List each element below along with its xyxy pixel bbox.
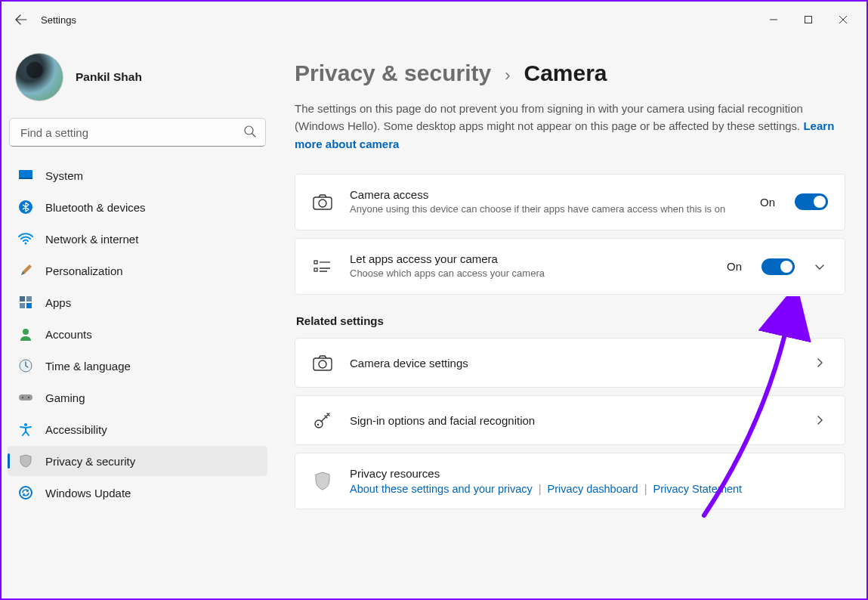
- key-icon: [312, 410, 333, 431]
- sidebar-item-apps[interactable]: Apps: [8, 287, 267, 317]
- card-camera-access: Camera access Anyone using this device c…: [295, 174, 845, 230]
- card-subtitle: Anyone using this device can choose if t…: [350, 203, 743, 216]
- svg-point-16: [20, 487, 32, 499]
- breadcrumb-parent[interactable]: Privacy & security: [295, 60, 491, 86]
- page-title: Camera: [524, 60, 607, 86]
- let-apps-toggle[interactable]: [761, 258, 795, 275]
- sidebar-item-windows-update[interactable]: Windows Update: [8, 478, 267, 508]
- svg-rect-3: [19, 178, 32, 179]
- sidebar: Pankil Shah System Bluetooth & devices N…: [2, 38, 273, 598]
- chevron-down-icon[interactable]: [811, 261, 828, 272]
- search-input[interactable]: [9, 118, 266, 147]
- sidebar-item-accessibility[interactable]: Accessibility: [8, 414, 267, 444]
- svg-point-10: [23, 329, 29, 335]
- titlebar: Settings: [2, 2, 866, 38]
- related-heading: Related settings: [296, 314, 845, 327]
- svg-rect-19: [314, 261, 317, 264]
- maximize-button[interactable]: [791, 8, 826, 32]
- svg-rect-7: [26, 296, 32, 302]
- chevron-right-icon: ›: [505, 66, 510, 85]
- list-icon: [312, 256, 333, 277]
- link-privacy-statement[interactable]: Privacy Statement: [653, 483, 742, 495]
- sidebar-item-label: Privacy & security: [45, 455, 135, 468]
- sidebar-item-bluetooth[interactable]: Bluetooth & devices: [8, 192, 267, 222]
- card-title: Sign-in options and facial recognition: [350, 414, 795, 427]
- search-box: [9, 118, 266, 147]
- avatar: [15, 53, 63, 101]
- link-privacy-dashboard[interactable]: Privacy dashboard: [548, 483, 638, 495]
- chevron-right-icon: [811, 357, 828, 368]
- sidebar-item-label: Windows Update: [45, 487, 131, 499]
- search-icon: [243, 125, 257, 138]
- sidebar-item-gaming[interactable]: Gaming: [8, 382, 267, 413]
- card-title: Camera device settings: [350, 357, 795, 370]
- clock-icon: [18, 358, 33, 373]
- svg-rect-20: [314, 268, 317, 271]
- sidebar-item-label: Apps: [45, 296, 71, 309]
- svg-point-18: [319, 199, 326, 207]
- card-title: Privacy resources: [350, 467, 828, 480]
- sidebar-item-system[interactable]: System: [8, 160, 267, 190]
- gamepad-icon: [18, 390, 33, 405]
- main-content: Privacy & security › Camera The settings…: [273, 38, 866, 598]
- user-name: Pankil Shah: [76, 70, 142, 84]
- card-let-apps[interactable]: Let apps access your camera Choose which…: [295, 238, 845, 295]
- accessibility-icon: [18, 422, 33, 437]
- svg-point-24: [317, 424, 319, 425]
- system-icon: [18, 168, 33, 183]
- sidebar-item-label: Accounts: [45, 328, 92, 341]
- update-icon: [18, 485, 33, 500]
- wifi-icon: [18, 231, 33, 246]
- card-signin-options[interactable]: Sign-in options and facial recognition: [295, 395, 845, 445]
- svg-point-5: [25, 243, 27, 245]
- window-controls: [756, 8, 860, 32]
- sidebar-item-label: System: [45, 169, 83, 182]
- window-title: Settings: [41, 14, 76, 26]
- sidebar-item-privacy-security[interactable]: Privacy & security: [8, 446, 267, 476]
- sidebar-item-label: Time & language: [45, 360, 131, 373]
- shield-icon: [18, 453, 33, 469]
- camera-access-toggle[interactable]: [795, 193, 828, 210]
- svg-rect-12: [19, 394, 32, 401]
- page-description: The settings on this page do not prevent…: [295, 100, 839, 153]
- nav-list: System Bluetooth & devices Network & int…: [8, 160, 267, 508]
- paintbrush-icon: [18, 263, 33, 278]
- card-subtitle: Choose which apps can access your camera: [350, 267, 710, 280]
- minimize-button[interactable]: [756, 8, 791, 32]
- toggle-state-label: On: [760, 196, 775, 209]
- sidebar-item-network[interactable]: Network & internet: [8, 224, 267, 254]
- sidebar-item-time-language[interactable]: Time & language: [8, 351, 267, 381]
- person-icon: [18, 326, 33, 342]
- camera-icon: [312, 191, 333, 212]
- close-button[interactable]: [826, 8, 860, 32]
- breadcrumb: Privacy & security › Camera: [295, 60, 845, 86]
- link-about-privacy[interactable]: About these settings and your privacy: [350, 483, 533, 495]
- camera-icon: [312, 352, 333, 373]
- card-privacy-resources: Privacy resources About these settings a…: [295, 453, 845, 509]
- sidebar-item-label: Personalization: [45, 264, 123, 277]
- sidebar-item-label: Gaming: [45, 391, 85, 404]
- chevron-right-icon: [811, 415, 828, 425]
- shield-icon: [312, 471, 333, 492]
- svg-rect-0: [805, 17, 812, 23]
- card-title: Camera access: [350, 188, 743, 201]
- svg-rect-8: [20, 303, 25, 308]
- svg-point-13: [22, 397, 23, 398]
- profile[interactable]: Pankil Shah: [8, 47, 267, 118]
- apps-icon: [18, 295, 33, 310]
- arrow-left-icon: [15, 14, 27, 26]
- sidebar-item-label: Accessibility: [45, 423, 107, 436]
- svg-point-15: [24, 423, 27, 426]
- sidebar-item-personalization[interactable]: Personalization: [8, 255, 267, 286]
- sidebar-item-accounts[interactable]: Accounts: [8, 319, 267, 349]
- sidebar-item-label: Bluetooth & devices: [45, 201, 146, 214]
- toggle-state-label: On: [727, 260, 742, 273]
- card-camera-device-settings[interactable]: Camera device settings: [295, 338, 845, 388]
- svg-point-1: [245, 126, 253, 135]
- bluetooth-icon: [18, 199, 33, 215]
- svg-point-22: [319, 360, 326, 368]
- sidebar-item-label: Network & internet: [45, 233, 138, 246]
- description-text: The settings on this page do not prevent…: [295, 102, 803, 132]
- back-button[interactable]: [8, 6, 35, 33]
- svg-point-14: [28, 397, 29, 398]
